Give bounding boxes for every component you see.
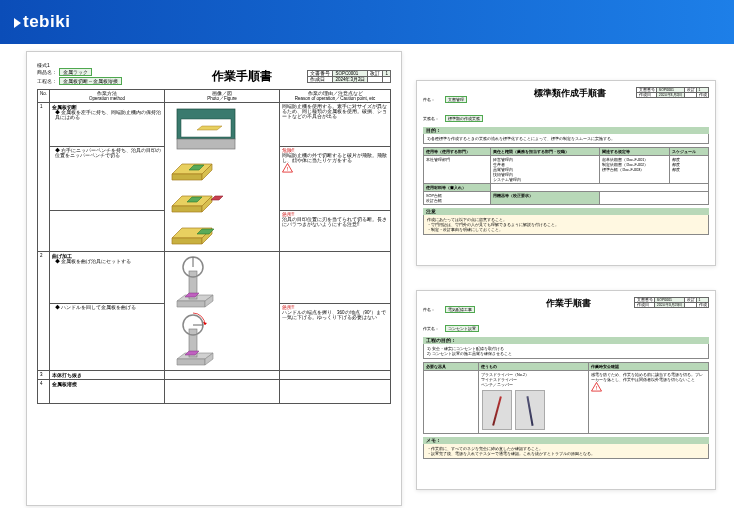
note-body: 作成にあたっては以下の点に留意すること。 ・専門用語は、専門外の人が見ても理解で…	[423, 215, 709, 235]
doc-work-procedure: 件名：電気配線工事 作業名：コンセント設置 作業手順書 文書番号SOP0001改…	[416, 290, 716, 490]
col-no: No.	[38, 90, 50, 103]
topr-title: 標準類作成手順書	[503, 87, 636, 100]
svg-marker-27	[177, 359, 205, 365]
doc-title: 作業手順書	[177, 68, 307, 85]
figure-jig-1	[167, 154, 227, 186]
figure-jig-2	[167, 186, 227, 218]
botr-grid: 必要な器具 使うもの 作業時安全確認 プラスドライバー（No.2） マイナスドラ…	[423, 362, 709, 434]
svg-rect-1	[177, 139, 235, 149]
photo-screwdriver-1	[482, 390, 512, 430]
figure-cutter-box	[167, 104, 247, 154]
brand-logo: tebiki	[14, 12, 70, 32]
table-row: 1 金属板切断 金属板を左手に持ち、同端防止機内の保持治具にはめる	[38, 103, 391, 147]
svg-marker-20	[177, 301, 205, 307]
play-icon	[14, 18, 21, 28]
brand-text: tebiki	[23, 12, 70, 31]
topr-grid: 使用等（使用する部門） 責任と権限（業務を担当する部門・役職） 関連する規定等 …	[423, 147, 709, 205]
doc-main-sop: 様式1 商品名：金属ラック 工程名：金属板切断～金属板溶接 作業手順書 文書番号…	[26, 51, 402, 506]
process-name: 金属板切断～金属板溶接	[59, 77, 122, 85]
main-sop-table: No. 作業方法 Operation method 画像／図 Photo／Fig…	[37, 89, 391, 404]
svg-marker-14	[172, 238, 202, 244]
figure-press-2	[167, 311, 227, 369]
svg-text:!: !	[596, 385, 598, 391]
product-label: 商品名：	[37, 69, 57, 75]
col-rsn: 作業の理由／注意点など Reason of operation／Caution …	[280, 90, 391, 103]
memo-body: ・作業前に、すべてのネジを完全に締め直したか確認すること。 ・設置完了後、電源を…	[423, 444, 709, 459]
photo-screwdriver-2	[515, 390, 545, 430]
table-row: 2 曲げ加工 金属板を曲げ治具にセットする	[38, 252, 391, 304]
figure-jig-3	[167, 218, 227, 250]
memo-header: メモ：	[423, 437, 709, 444]
doc-meta-table: 文書番号SOPC0001改訂1 作成日2024年3月2日	[307, 70, 391, 83]
figure-press-1	[167, 253, 227, 311]
app-header: tebiki	[0, 0, 734, 44]
svg-marker-9	[172, 206, 202, 212]
document-canvas: 様式1 商品名：金属ラック 工程名：金属板切断～金属板溶接 作業手順書 文書番号…	[0, 44, 734, 508]
product-name: 金属ラック	[59, 68, 92, 76]
svg-text:!: !	[287, 165, 289, 171]
purpose-body: 1)各種標準を作成するときの業務の流れを標準化することによって、標準の制定をスム…	[423, 134, 709, 144]
col-fig: 画像／図 Photo／Figure	[165, 90, 280, 103]
svg-marker-5	[172, 174, 202, 180]
warning-icon: !	[282, 163, 293, 173]
warning-icon: !	[591, 382, 602, 392]
table-row: 4 金属板溶接	[38, 380, 391, 404]
col-op: 作業方法 Operation method	[50, 90, 165, 103]
doc-standard-creation: 件名：文書管理 業務名：標準類の作成業務 標準類作成手順書 文書番号SOP000…	[416, 80, 716, 266]
process-purpose-body: 1) 安全・確実にコンセント配線を取付ける 2) コンセント設置の施工品質を確保…	[423, 344, 709, 359]
process-purpose-header: 工程の目的：	[423, 337, 709, 344]
note-header: 注意	[423, 208, 709, 215]
table-row: 3 本体打ち抜き	[38, 371, 391, 380]
svg-marker-12	[211, 196, 223, 200]
botr-title: 作業手順書	[503, 297, 634, 310]
process-label: 工程名：	[37, 78, 57, 84]
purpose-header: 目的：	[423, 127, 709, 134]
